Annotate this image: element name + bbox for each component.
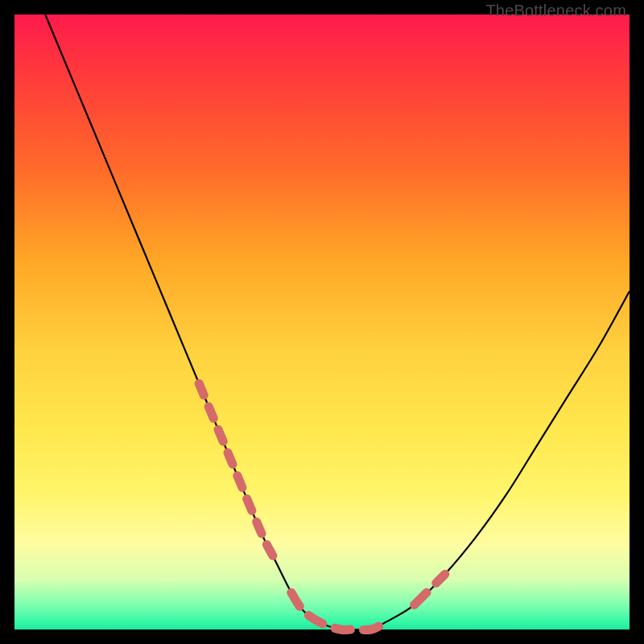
valley-dash-overlay [291,592,384,630]
left-dash-overlay [199,383,273,555]
watermark-text: TheBottleneck.com [485,2,626,20]
right-dash-overlay [415,574,445,605]
chart-frame [14,14,630,630]
bottleneck-curve-svg [14,14,630,630]
bottleneck-curve-path [45,14,630,630]
